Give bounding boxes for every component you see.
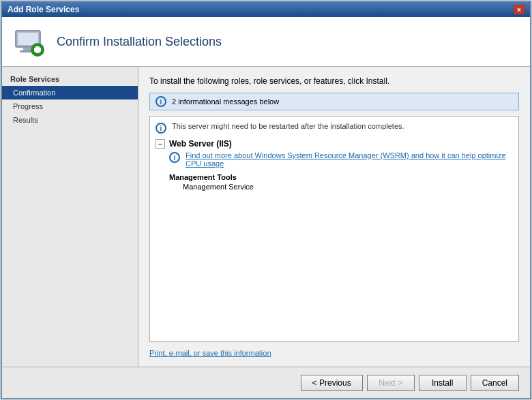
mgmt-service-label: Management Service <box>183 183 513 191</box>
wsrm-notice: i Find out more about Windows System Res… <box>169 151 513 168</box>
cancel-button[interactable]: Cancel <box>471 375 519 391</box>
close-button[interactable]: × <box>514 5 524 14</box>
main-window: Add Role Services × Confirm Installation… <box>1 1 531 399</box>
restart-notice: i This server might need to be restarted… <box>156 122 513 134</box>
sidebar-group-label: Role Services <box>2 72 138 86</box>
print-link[interactable]: Print, e-mail, or save this information <box>149 349 519 357</box>
install-button[interactable]: Install <box>419 375 467 391</box>
restart-text: This server might need to be restarted a… <box>172 122 404 130</box>
svg-rect-6 <box>34 48 41 52</box>
sidebar-item-progress[interactable]: Progress <box>2 99 138 113</box>
selection-box: i This server might need to be restarted… <box>149 116 519 342</box>
next-button[interactable]: Next > <box>367 375 415 391</box>
info-messages-label: 2 informational messages below <box>172 97 279 106</box>
wsrm-link[interactable]: Find out more about Windows System Resou… <box>186 151 513 168</box>
page-title: Confirm Installation Selections <box>57 35 222 49</box>
collapse-icon[interactable]: − <box>156 139 165 149</box>
restart-info-icon: i <box>156 123 166 134</box>
info-icon: i <box>156 96 166 107</box>
previous-button[interactable]: < Previous <box>301 375 363 391</box>
svg-rect-1 <box>18 33 38 45</box>
window-title: Add Role Services <box>8 5 79 14</box>
sidebar-item-results[interactable]: Results <box>2 113 138 127</box>
info-messages-bar: i 2 informational messages below <box>149 93 519 110</box>
sidebar-item-confirmation[interactable]: Confirmation <box>2 86 138 99</box>
header-section: Confirm Installation Selections <box>2 17 530 67</box>
sidebar: Role Services Confirmation Progress Resu… <box>2 67 138 367</box>
web-server-header[interactable]: − Web Server (IIS) <box>156 139 513 149</box>
wsrm-info-icon: i <box>169 152 180 163</box>
footer: < Previous Next > Install Cancel <box>2 367 530 398</box>
mgmt-tools-label: Management Tools <box>169 173 513 181</box>
title-bar: Add Role Services × <box>2 2 530 17</box>
intro-text: To install the following roles, role ser… <box>149 76 519 86</box>
content-area: Role Services Confirmation Progress Resu… <box>2 67 530 367</box>
web-server-label: Web Server (IIS) <box>169 139 232 149</box>
header-icon <box>13 25 46 58</box>
main-content: To install the following roles, role ser… <box>138 67 530 367</box>
